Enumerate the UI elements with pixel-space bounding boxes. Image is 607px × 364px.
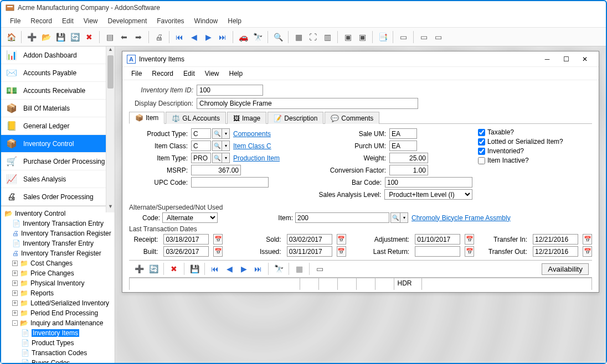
- nav-addon-dashboard[interactable]: 📊Addon Dashboard: [1, 46, 115, 64]
- menu-development[interactable]: Development: [104, 16, 152, 26]
- tile-icon[interactable]: ▥: [321, 30, 334, 44]
- last-rec-icon[interactable]: ⏭: [251, 262, 265, 275]
- minimize-button[interactable]: ─: [538, 53, 557, 65]
- save-rec-icon[interactable]: 💾: [188, 262, 201, 275]
- forward-icon[interactable]: ➡: [132, 30, 145, 44]
- availability-button[interactable]: Availability: [542, 263, 589, 275]
- inner-menu-help[interactable]: Help: [225, 69, 248, 79]
- win2-icon[interactable]: ▣: [356, 30, 369, 44]
- tab-gl[interactable]: ⚖️GL Accounts: [166, 112, 226, 124]
- alt-code-select[interactable]: Alternate: [162, 212, 218, 223]
- menu-window[interactable]: Window: [190, 16, 223, 26]
- menu-edit[interactable]: Edit: [58, 16, 78, 26]
- car-icon[interactable]: 🚗: [236, 30, 250, 44]
- tree-item[interactable]: 📄Inventory Transaction Entry: [2, 219, 114, 228]
- nav-bill-of-materials[interactable]: 📦Bill Of Materials: [1, 100, 115, 117]
- menu-record[interactable]: Record: [26, 16, 56, 26]
- item-class-input[interactable]: [191, 141, 211, 151]
- product-type-input[interactable]: [191, 128, 211, 139]
- calendar-icon[interactable]: 📅: [337, 246, 346, 257]
- grid-icon[interactable]: ▦: [292, 30, 305, 44]
- list-icon[interactable]: ▤: [103, 30, 116, 44]
- close-button[interactable]: ✕: [575, 53, 594, 65]
- panel-icon[interactable]: ▭: [397, 30, 410, 44]
- tree-folder-row[interactable]: +📁Price Changes: [2, 268, 114, 278]
- item-class-link[interactable]: Item Class C: [233, 142, 271, 150]
- built-input[interactable]: [163, 246, 209, 257]
- grid-rec-icon[interactable]: ▦: [292, 262, 306, 275]
- print-icon[interactable]: 🖨: [152, 30, 166, 44]
- tree-folder-row[interactable]: +📁Period End Processing: [2, 308, 114, 318]
- nav-accounts-receivable[interactable]: 💵Accounts Receivable: [1, 82, 115, 100]
- product-type-link[interactable]: Components: [233, 130, 271, 138]
- save-icon[interactable]: 💾: [54, 30, 67, 44]
- tree-subitem[interactable]: 📄Product Types: [2, 338, 114, 348]
- expand-icon[interactable]: +: [12, 290, 18, 296]
- item-type-input[interactable]: [191, 153, 211, 163]
- nav-inventory-control[interactable]: 📦Inventory Control: [1, 135, 115, 153]
- item-id-input[interactable]: [197, 85, 263, 96]
- first-icon[interactable]: ⏮: [173, 30, 186, 44]
- panel-rec-icon[interactable]: ▭: [313, 262, 326, 275]
- inner-menu-edit[interactable]: Edit: [179, 69, 199, 79]
- scroll-down-icon[interactable]: ▼: [106, 204, 115, 212]
- calendar-icon[interactable]: 📅: [337, 234, 346, 245]
- expand-icon[interactable]: +: [12, 261, 18, 266]
- last-icon[interactable]: ⏭: [216, 30, 229, 44]
- tin-input[interactable]: [533, 234, 578, 245]
- tree-folder-row[interactable]: +📁Lotted/Serialized Inventory: [2, 298, 114, 308]
- binoculars-icon[interactable]: 🔭: [251, 30, 264, 44]
- expand-icon[interactable]: +: [12, 310, 18, 316]
- tree-subitem[interactable]: 📄Buyer Codes: [2, 358, 114, 363]
- tout-input[interactable]: [533, 246, 578, 257]
- delete-icon[interactable]: ✖: [83, 30, 96, 44]
- msrp-input[interactable]: [191, 165, 241, 175]
- dropdown-icon[interactable]: ▾: [222, 141, 230, 151]
- sal-select[interactable]: Product+Item Level (I): [384, 189, 472, 200]
- inventoried-checkbox[interactable]: [478, 148, 485, 155]
- desc-input[interactable]: [197, 98, 418, 109]
- open-icon[interactable]: 📂: [39, 30, 53, 44]
- inactive-checkbox[interactable]: [478, 157, 485, 164]
- tree-folder-row[interactable]: +📁Physical Inventory: [2, 278, 114, 288]
- lookup-icon[interactable]: 🔍: [212, 153, 222, 163]
- inner-menu-file[interactable]: File: [127, 69, 146, 79]
- tree-subitem-selected[interactable]: 📄Inventory Items: [2, 328, 114, 338]
- inner-menu-view[interactable]: View: [200, 69, 224, 79]
- alt-item-link[interactable]: Chromoly Bicycle Frame Assmbly: [411, 214, 511, 222]
- conv-input[interactable]: [389, 165, 428, 175]
- expand-icon[interactable]: +: [12, 271, 18, 276]
- calendar-icon[interactable]: 📅: [465, 246, 474, 257]
- upc-input[interactable]: [191, 177, 269, 188]
- back-icon[interactable]: ⬅: [117, 30, 131, 44]
- nav-accounts-payable[interactable]: ✉️Accounts Payable: [1, 64, 115, 82]
- nav-purchase-order[interactable]: 🛒Purchase Order Processing: [1, 153, 115, 170]
- next-icon[interactable]: ▶: [202, 30, 215, 44]
- receipt-input[interactable]: [163, 234, 209, 245]
- dropdown-icon[interactable]: ▾: [222, 153, 230, 163]
- barcode-input[interactable]: [385, 177, 472, 188]
- ret-input[interactable]: [415, 246, 460, 257]
- taxable-checkbox[interactable]: [478, 129, 485, 136]
- tree-item[interactable]: 🖨Inventory Transfer Register: [2, 248, 114, 258]
- adj-input[interactable]: [415, 234, 460, 245]
- fit-icon[interactable]: ⛶: [306, 30, 320, 44]
- prev-rec-icon[interactable]: ◀: [223, 262, 236, 275]
- scroll-up-icon[interactable]: ▲: [106, 46, 115, 55]
- tree-item[interactable]: 🖨Inventory Transaction Register: [2, 228, 114, 238]
- item-type-link[interactable]: Production Item: [233, 154, 280, 162]
- stack-icon[interactable]: 📑: [376, 30, 389, 44]
- tree-root[interactable]: 📂Inventory Control: [2, 209, 114, 219]
- tab-description[interactable]: 📝Description: [268, 112, 323, 124]
- lotted-checkbox[interactable]: [478, 138, 485, 145]
- new-icon[interactable]: ➕: [25, 30, 38, 44]
- refresh-icon[interactable]: 🔄: [68, 30, 81, 44]
- win1-icon[interactable]: ▣: [341, 30, 354, 44]
- dropdown-icon[interactable]: ▾: [222, 128, 230, 139]
- find-icon[interactable]: 🔭: [272, 262, 285, 275]
- scroll-thumb[interactable]: [107, 55, 114, 89]
- purch-um-input[interactable]: [389, 141, 417, 151]
- nav-sales-analysis[interactable]: 📈Sales Analysis: [1, 170, 115, 188]
- dropdown-icon[interactable]: ▾: [400, 212, 408, 223]
- new-rec-icon[interactable]: ➕: [132, 262, 146, 275]
